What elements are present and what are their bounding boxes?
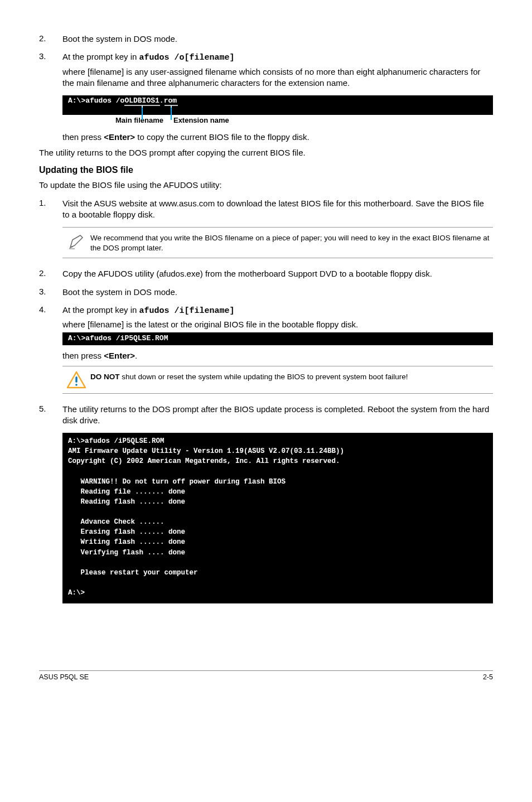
u1-num: 1. <box>39 198 62 221</box>
then1-c: to copy the current BIOS file to the flo… <box>135 132 309 142</box>
update-step-4: 4. At the prompt key in afudos /i[filena… <box>39 305 493 331</box>
u4-text-a: At the prompt key in <box>62 305 139 315</box>
update-step-5: 5. The utility returns to the DOS prompt… <box>39 404 493 427</box>
then2-a: then press <box>62 351 104 360</box>
step-3-cmd: afudos /o[filename] <box>139 53 235 62</box>
u5-num: 5. <box>39 404 62 427</box>
step-3-text-a: At the prompt key in <box>62 52 139 61</box>
pencil-icon <box>62 232 90 251</box>
code-block-2: A:\>afudos /iP5QLSE.ROM <box>62 332 493 345</box>
update-step-3: 3. Boot the system in DOS mode. <box>39 287 493 298</box>
warning-icon <box>62 371 90 389</box>
step-2-num: 2. <box>39 33 62 45</box>
footer-left: ASUS P5QL SE <box>39 673 89 681</box>
then-press-1: then press <Enter> to copy the current B… <box>62 132 493 142</box>
footer: ASUS P5QL SE 2-5 <box>39 673 493 681</box>
filename-bracket-icon <box>124 103 191 121</box>
update-intro: To update the BIOS file using the AFUDOS… <box>39 180 493 191</box>
u4-cmd: afudos /i[filename] <box>139 306 235 316</box>
footer-rule <box>39 670 493 671</box>
svg-point-8 <box>75 384 78 386</box>
u4-text-b: where [filename] is the latest or the or… <box>62 319 493 330</box>
step-3-body: At the prompt key in afudos /o[filename]… <box>62 51 493 89</box>
update-step-2: 2. Copy the AFUDOS utility (afudos.exe) … <box>39 268 493 279</box>
terminal-output: A:\>afudos /iP5QLSE.ROM AMI Firmware Upd… <box>62 433 493 603</box>
warn-a: DO NOT <box>90 373 120 381</box>
warning-text: DO NOT shut down or reset the system whi… <box>90 371 493 382</box>
then2-c: . <box>135 351 137 360</box>
utility-returns: The utility returns to the DOS prompt af… <box>39 147 493 158</box>
note1-text: We recommend that you write the BIOS fil… <box>90 232 493 253</box>
step-2: 2. Boot the system in DOS mode. <box>39 33 493 45</box>
note-box-info: We recommend that you write the BIOS fil… <box>62 227 493 258</box>
u4-num: 4. <box>39 305 62 331</box>
u2-num: 2. <box>39 268 62 279</box>
u4-body: At the prompt key in afudos /i[filename]… <box>62 305 493 331</box>
footer-right: 2-5 <box>483 673 493 681</box>
then1-a: then press <box>62 132 104 142</box>
then-press-2: then press <Enter>. <box>62 351 493 360</box>
u1-text: Visit the ASUS website at www.asus.com t… <box>62 198 493 221</box>
then1-b: <Enter> <box>104 132 135 142</box>
svg-rect-7 <box>75 376 77 383</box>
section-heading: Updating the BIOS file <box>39 165 493 175</box>
step-3-text-b: where [filename] is any user-assigned fi… <box>62 66 493 89</box>
u3-text: Boot the system in DOS mode. <box>62 287 493 298</box>
u5-text: The utility returns to the DOS prompt af… <box>62 404 493 427</box>
code-block-1: A:\>afudos /oOLDBIOS1.rom <box>62 95 493 115</box>
step-3-num: 3. <box>39 51 62 89</box>
u2-text: Copy the AFUDOS utility (afudos.exe) fro… <box>62 268 493 279</box>
then2-b: <Enter> <box>104 351 135 360</box>
warn-b: shut down or reset the system while upda… <box>120 373 408 381</box>
update-step-1: 1. Visit the ASUS website at www.asus.co… <box>39 198 493 221</box>
step-2-text: Boot the system in DOS mode. <box>62 33 493 45</box>
note-box-warning: DO NOT shut down or reset the system whi… <box>62 366 493 394</box>
step-3: 3. At the prompt key in afudos /o[filena… <box>39 51 493 89</box>
u3-num: 3. <box>39 287 62 298</box>
